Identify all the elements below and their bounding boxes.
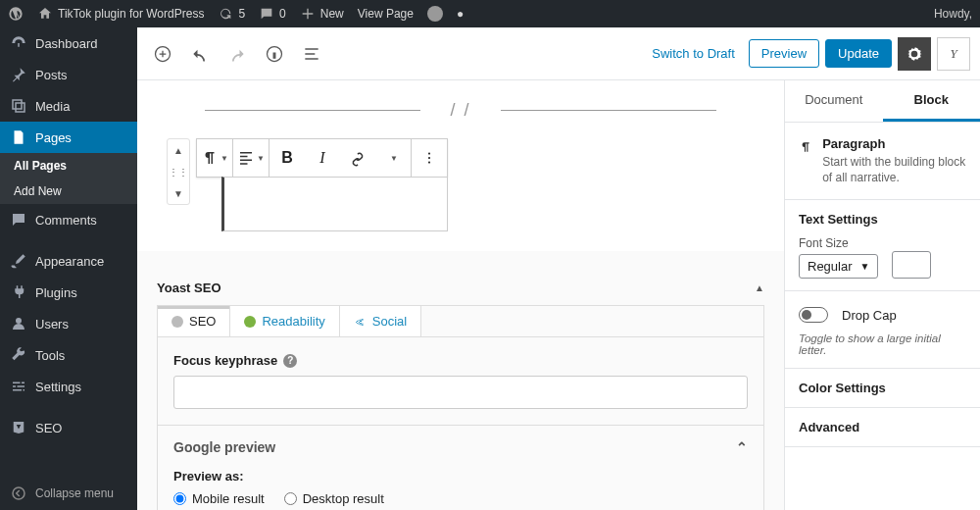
sidebar-item-users[interactable]: Users	[0, 308, 137, 339]
svg-point-3	[428, 152, 430, 154]
paragraph-icon	[201, 149, 219, 167]
seo-tab-seo[interactable]: SEO	[158, 306, 230, 336]
yoast-icon	[10, 419, 27, 436]
seo-tab-social[interactable]: ⪡Social	[340, 306, 421, 336]
list-icon	[302, 44, 321, 64]
yoast-indicator[interactable]	[427, 6, 443, 22]
pin-icon	[10, 66, 27, 83]
italic-button[interactable]: I	[305, 139, 340, 177]
help-icon[interactable]: ?	[283, 354, 297, 368]
drag-handle-icon[interactable]: ⋮⋮	[168, 161, 189, 182]
more-formatting[interactable]: ▼	[375, 139, 411, 177]
sidebar-item-comments[interactable]: Comments	[0, 204, 137, 235]
sidebar-item-media[interactable]: Media	[0, 90, 137, 122]
gear-icon	[905, 44, 924, 64]
tab-document[interactable]: Document	[785, 80, 883, 122]
update-button[interactable]: Update	[825, 39, 892, 68]
sidebar-item-posts[interactable]: Posts	[0, 59, 137, 90]
kebab-icon	[420, 149, 438, 167]
revisions[interactable]: 5	[218, 6, 245, 22]
yoast-panel-button[interactable]: Y	[937, 37, 970, 71]
collapse-menu[interactable]: Collapse menu	[0, 477, 137, 510]
wordpress-logo[interactable]	[8, 6, 24, 22]
user-icon	[10, 315, 27, 332]
admin-sidebar: Dashboard Posts Media Pages All Pages Ad…	[0, 27, 137, 510]
bold-button[interactable]: B	[270, 139, 305, 177]
google-preview-heading: Google preview	[173, 439, 275, 455]
collapse-icon	[10, 484, 27, 502]
admin-bar: TikTok plugin for WordPress 5 0 New View…	[0, 0, 980, 27]
settings-button[interactable]	[898, 37, 931, 71]
sidebar-item-pages[interactable]: Pages	[0, 122, 137, 153]
block-mover[interactable]: ▲ ⋮⋮ ▼	[167, 138, 190, 205]
comments-count[interactable]: 0	[259, 6, 286, 22]
block-description: Start with the building block of all nar…	[822, 155, 966, 185]
outline-button[interactable]	[296, 38, 327, 70]
switch-to-draft[interactable]: Switch to Draft	[644, 46, 743, 61]
undo-button[interactable]	[184, 38, 216, 70]
chevron-up-icon[interactable]: ⌃	[736, 439, 748, 455]
add-block-button[interactable]	[147, 38, 178, 70]
separator-block[interactable]: / /	[167, 100, 755, 121]
collapse-toggle[interactable]: ▲	[755, 282, 764, 293]
block-name: Paragraph	[822, 136, 966, 151]
submenu-add-new[interactable]: Add New	[0, 178, 137, 204]
inspector-sidebar: Document Block Paragraph Start with the …	[784, 80, 980, 510]
chevron-up-icon[interactable]: ▲	[168, 139, 189, 161]
sidebar-item-plugins[interactable]: Plugins	[0, 277, 137, 308]
status-dot-grey	[172, 316, 183, 328]
paragraph-input[interactable]	[221, 177, 448, 231]
page-icon	[10, 128, 27, 146]
redo-icon	[227, 44, 247, 64]
plus-icon	[300, 6, 316, 22]
link-button[interactable]	[340, 139, 375, 177]
radio-desktop[interactable]: Desktop result	[284, 491, 384, 506]
focus-keyphrase-input[interactable]	[173, 376, 748, 409]
more-options-button[interactable]	[412, 139, 447, 177]
sidebar-item-appearance[interactable]: Appearance	[0, 245, 137, 277]
link-icon	[349, 149, 367, 167]
status-dot: ●	[457, 7, 464, 21]
status-dot-green	[244, 316, 256, 328]
drop-cap-label: Drop Cap	[842, 308, 897, 323]
tab-block[interactable]: Block	[883, 80, 981, 122]
chevron-down-icon: ▼	[860, 261, 870, 272]
sidebar-item-seo[interactable]: SEO	[0, 412, 137, 443]
site-home[interactable]: TikTok plugin for WordPress	[37, 6, 204, 22]
sliders-icon	[10, 378, 27, 395]
redo-button[interactable]	[221, 38, 253, 70]
view-page[interactable]: View Page	[358, 7, 414, 21]
editor-topbar: Switch to Draft Preview Update Y	[137, 27, 980, 80]
submenu-all-pages[interactable]: All Pages	[0, 153, 137, 178]
revisions-count: 5	[238, 7, 245, 21]
plus-circle-icon	[153, 44, 172, 64]
drop-cap-toggle[interactable]	[799, 307, 828, 323]
new-content[interactable]: New	[300, 6, 344, 22]
font-size-select[interactable]: Regular▼	[799, 254, 878, 279]
editor-canvas: / / ▲ ⋮⋮ ▼ ▼	[137, 80, 784, 510]
chevron-down-icon[interactable]: ▼	[168, 182, 189, 204]
preview-as-label: Preview as:	[173, 469, 748, 484]
seo-tab-readability[interactable]: Readability	[230, 306, 339, 336]
block-type-button[interactable]: ▼	[197, 139, 232, 177]
radio-mobile[interactable]: Mobile result	[173, 491, 265, 506]
info-icon	[265, 44, 284, 64]
seo-tabs: SEO Readability ⪡Social	[157, 305, 764, 337]
paragraph-icon	[799, 136, 812, 158]
color-settings-panel[interactable]: Color Settings	[785, 369, 980, 408]
align-icon	[237, 149, 255, 167]
font-size-custom-input[interactable]	[892, 251, 931, 279]
wrench-icon	[10, 346, 27, 364]
align-button[interactable]: ▼	[233, 139, 269, 177]
sidebar-item-settings[interactable]: Settings	[0, 371, 137, 402]
dashboard-icon	[10, 34, 27, 52]
svg-point-4	[428, 157, 430, 159]
info-button[interactable]	[259, 38, 290, 70]
advanced-panel[interactable]: Advanced	[785, 408, 980, 447]
howdy[interactable]: Howdy,	[934, 7, 972, 21]
seo-heading: Yoast SEO	[157, 280, 221, 295]
sidebar-item-tools[interactable]: Tools	[0, 339, 137, 371]
preview-button[interactable]: Preview	[749, 39, 819, 68]
sidebar-item-dashboard[interactable]: Dashboard	[0, 27, 137, 59]
text-settings-heading: Text Settings	[799, 212, 966, 227]
